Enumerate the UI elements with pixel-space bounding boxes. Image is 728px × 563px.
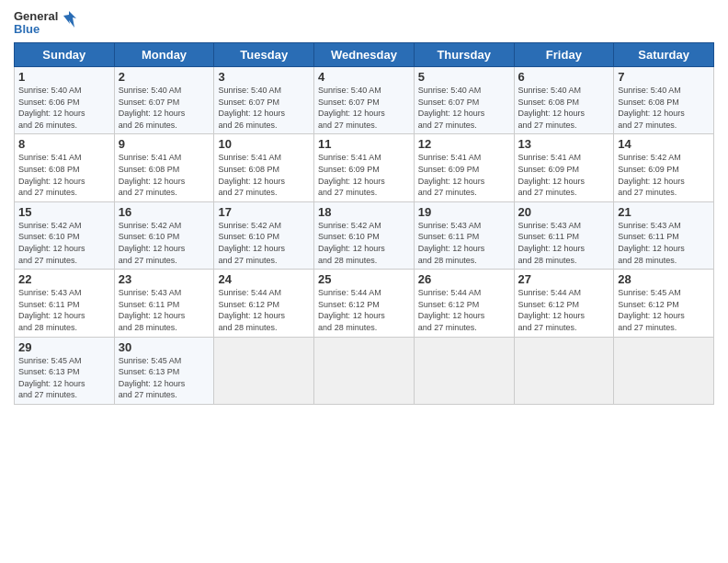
day-cell: 29Sunrise: 5:45 AM Sunset: 6:13 PM Dayli… [15, 337, 115, 404]
day-info: Sunrise: 5:44 AM Sunset: 6:12 PM Dayligh… [518, 287, 610, 333]
day-cell: 18Sunrise: 5:42 AM Sunset: 6:10 PM Dayli… [314, 201, 415, 269]
day-cell: 17Sunrise: 5:42 AM Sunset: 6:10 PM Dayli… [214, 201, 314, 269]
week-row-3: 15Sunrise: 5:42 AM Sunset: 6:10 PM Dayli… [15, 201, 714, 269]
day-info: Sunrise: 5:44 AM Sunset: 6:12 PM Dayligh… [318, 287, 410, 333]
day-cell: 12Sunrise: 5:41 AM Sunset: 6:09 PM Dayli… [414, 134, 514, 201]
day-cell: 22Sunrise: 5:43 AM Sunset: 6:11 PM Dayli… [15, 270, 115, 337]
day-info: Sunrise: 5:44 AM Sunset: 6:12 PM Dayligh… [218, 287, 310, 333]
day-info: Sunrise: 5:45 AM Sunset: 6:12 PM Dayligh… [618, 287, 710, 333]
day-cell: 13Sunrise: 5:41 AM Sunset: 6:09 PM Dayli… [514, 134, 614, 201]
day-info: Sunrise: 5:43 AM Sunset: 6:11 PM Dayligh… [18, 287, 110, 333]
day-info: Sunrise: 5:42 AM Sunset: 6:09 PM Dayligh… [618, 152, 710, 198]
day-number: 11 [318, 137, 410, 151]
day-info: Sunrise: 5:41 AM Sunset: 6:09 PM Dayligh… [318, 152, 410, 198]
weekday-header-tuesday: Tuesday [214, 43, 314, 67]
day-number: 6 [518, 70, 610, 84]
day-number: 14 [618, 137, 710, 151]
logo-general-text: General [14, 10, 58, 23]
day-cell: 27Sunrise: 5:44 AM Sunset: 6:12 PM Dayli… [514, 270, 614, 337]
day-cell: 19Sunrise: 5:43 AM Sunset: 6:11 PM Dayli… [414, 201, 514, 269]
day-cell: 16Sunrise: 5:42 AM Sunset: 6:10 PM Dayli… [114, 201, 214, 269]
day-cell: 5Sunrise: 5:40 AM Sunset: 6:07 PM Daylig… [414, 67, 514, 134]
page: General Blue SundayMondayTuesdayWednesda… [0, 0, 728, 563]
svg-marker-0 [63, 11, 76, 28]
day-info: Sunrise: 5:40 AM Sunset: 6:08 PM Dayligh… [518, 85, 610, 131]
header: General Blue [14, 9, 714, 37]
day-info: Sunrise: 5:45 AM Sunset: 6:13 PM Dayligh… [119, 355, 210, 401]
day-info: Sunrise: 5:40 AM Sunset: 6:07 PM Dayligh… [218, 85, 310, 131]
day-info: Sunrise: 5:41 AM Sunset: 6:08 PM Dayligh… [218, 152, 310, 198]
day-cell [214, 337, 314, 404]
weekday-header-wednesday: Wednesday [314, 43, 415, 67]
day-info: Sunrise: 5:41 AM Sunset: 6:08 PM Dayligh… [119, 152, 210, 198]
day-cell: 25Sunrise: 5:44 AM Sunset: 6:12 PM Dayli… [314, 270, 415, 337]
day-cell: 23Sunrise: 5:43 AM Sunset: 6:11 PM Dayli… [114, 270, 214, 337]
day-cell: 10Sunrise: 5:41 AM Sunset: 6:08 PM Dayli… [214, 134, 314, 201]
day-info: Sunrise: 5:42 AM Sunset: 6:10 PM Dayligh… [119, 220, 210, 266]
day-number: 21 [618, 205, 710, 219]
week-row-1: 1Sunrise: 5:40 AM Sunset: 6:06 PM Daylig… [15, 67, 714, 134]
day-info: Sunrise: 5:40 AM Sunset: 6:08 PM Dayligh… [618, 85, 710, 131]
day-cell: 30Sunrise: 5:45 AM Sunset: 6:13 PM Dayli… [114, 337, 214, 404]
weekday-header-row: SundayMondayTuesdayWednesdayThursdayFrid… [15, 43, 714, 67]
day-number: 12 [418, 137, 510, 151]
day-info: Sunrise: 5:40 AM Sunset: 6:07 PM Dayligh… [318, 85, 410, 131]
day-number: 16 [119, 205, 210, 219]
day-cell: 6Sunrise: 5:40 AM Sunset: 6:08 PM Daylig… [514, 67, 614, 134]
week-row-2: 8Sunrise: 5:41 AM Sunset: 6:08 PM Daylig… [15, 134, 714, 201]
day-number: 4 [318, 70, 410, 84]
day-info: Sunrise: 5:43 AM Sunset: 6:11 PM Dayligh… [119, 287, 210, 333]
calendar-body: 1Sunrise: 5:40 AM Sunset: 6:06 PM Daylig… [15, 67, 714, 405]
day-info: Sunrise: 5:40 AM Sunset: 6:07 PM Dayligh… [418, 85, 510, 131]
weekday-header-saturday: Saturday [614, 43, 714, 67]
day-number: 8 [18, 137, 110, 151]
day-cell: 11Sunrise: 5:41 AM Sunset: 6:09 PM Dayli… [314, 134, 415, 201]
day-number: 24 [218, 272, 310, 286]
day-number: 26 [418, 272, 510, 286]
day-info: Sunrise: 5:42 AM Sunset: 6:10 PM Dayligh… [18, 220, 110, 266]
day-cell [614, 337, 714, 404]
day-info: Sunrise: 5:44 AM Sunset: 6:12 PM Dayligh… [418, 287, 510, 333]
day-info: Sunrise: 5:43 AM Sunset: 6:11 PM Dayligh… [618, 220, 710, 266]
day-number: 25 [318, 272, 410, 286]
day-cell [514, 337, 614, 404]
day-number: 3 [218, 70, 310, 84]
day-info: Sunrise: 5:41 AM Sunset: 6:09 PM Dayligh… [518, 152, 610, 198]
day-cell [414, 337, 514, 404]
day-cell: 24Sunrise: 5:44 AM Sunset: 6:12 PM Dayli… [214, 270, 314, 337]
day-info: Sunrise: 5:41 AM Sunset: 6:09 PM Dayligh… [418, 152, 510, 198]
day-cell: 26Sunrise: 5:44 AM Sunset: 6:12 PM Dayli… [414, 270, 514, 337]
day-cell: 21Sunrise: 5:43 AM Sunset: 6:11 PM Dayli… [614, 201, 714, 269]
day-cell [314, 337, 415, 404]
day-number: 18 [318, 205, 410, 219]
day-number: 1 [18, 70, 110, 84]
day-cell: 14Sunrise: 5:42 AM Sunset: 6:09 PM Dayli… [614, 134, 714, 201]
day-number: 23 [119, 272, 210, 286]
weekday-header-friday: Friday [514, 43, 614, 67]
day-number: 13 [518, 137, 610, 151]
day-number: 17 [218, 205, 310, 219]
logo-bird-icon [60, 9, 80, 37]
day-number: 10 [218, 137, 310, 151]
day-cell: 28Sunrise: 5:45 AM Sunset: 6:12 PM Dayli… [614, 270, 714, 337]
day-number: 19 [418, 205, 510, 219]
day-number: 30 [119, 340, 210, 354]
logo-blue-text: Blue [14, 23, 58, 36]
day-info: Sunrise: 5:43 AM Sunset: 6:11 PM Dayligh… [418, 220, 510, 266]
day-number: 29 [18, 340, 110, 354]
day-number: 7 [618, 70, 710, 84]
weekday-header-thursday: Thursday [414, 43, 514, 67]
day-cell: 3Sunrise: 5:40 AM Sunset: 6:07 PM Daylig… [214, 67, 314, 134]
logo: General Blue [14, 9, 80, 37]
weekday-header-monday: Monday [114, 43, 214, 67]
day-number: 9 [119, 137, 210, 151]
weekday-header-sunday: Sunday [15, 43, 115, 67]
day-number: 22 [18, 272, 110, 286]
day-cell: 20Sunrise: 5:43 AM Sunset: 6:11 PM Dayli… [514, 201, 614, 269]
day-cell: 7Sunrise: 5:40 AM Sunset: 6:08 PM Daylig… [614, 67, 714, 134]
day-info: Sunrise: 5:42 AM Sunset: 6:10 PM Dayligh… [218, 220, 310, 266]
week-row-4: 22Sunrise: 5:43 AM Sunset: 6:11 PM Dayli… [15, 270, 714, 337]
day-number: 27 [518, 272, 610, 286]
day-cell: 4Sunrise: 5:40 AM Sunset: 6:07 PM Daylig… [314, 67, 415, 134]
week-row-5: 29Sunrise: 5:45 AM Sunset: 6:13 PM Dayli… [15, 337, 714, 404]
